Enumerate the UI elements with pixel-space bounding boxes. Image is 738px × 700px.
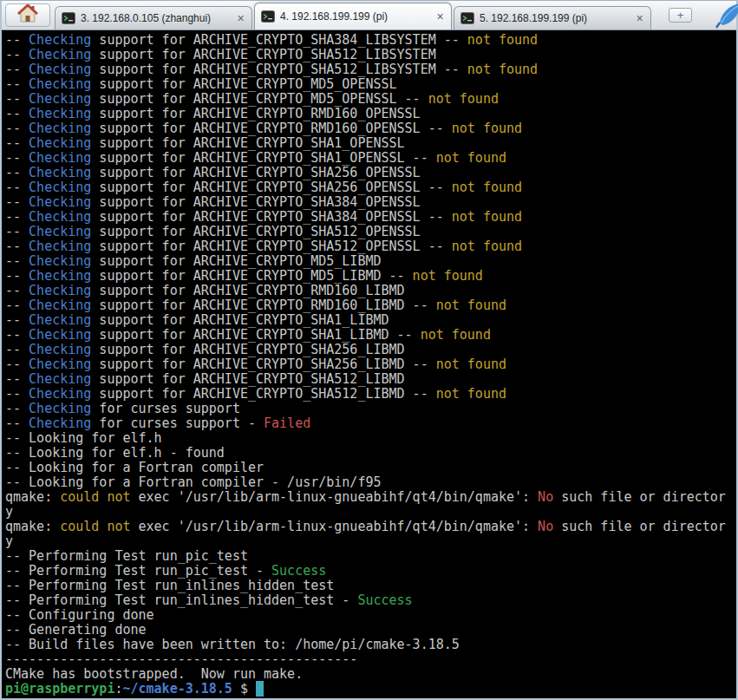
terminal-line: -- Checking support for ARCHIVE_CRYPTO_R…: [5, 298, 736, 313]
terminal-line: -- Checking support for ARCHIVE_CRYPTO_S…: [5, 372, 736, 387]
terminal-line: -- Checking support for ARCHIVE_CRYPTO_R…: [5, 107, 736, 121]
terminal-line: -- Looking for elf.h - found: [5, 446, 736, 461]
terminal-line: y: [5, 505, 736, 520]
terminal-line: -- Checking support for ARCHIVE_CRYPTO_S…: [5, 48, 736, 62]
terminal-line: -- Performing Test run_inlines_hidden_te…: [5, 593, 736, 608]
terminal-icon: [460, 12, 474, 24]
terminal-line: CMake has bootstrapped. Now run make.: [5, 667, 736, 682]
terminal-line: -- Checking for curses support - Failed: [5, 416, 736, 431]
terminal-line: -- Checking support for ARCHIVE_CRYPTO_S…: [5, 225, 736, 239]
terminal-line: -- Checking support for ARCHIVE_CRYPTO_S…: [5, 136, 736, 151]
tab-label: 5. 192.168.199.199 (pi): [480, 12, 628, 24]
terminal-line: -- Generating done: [5, 623, 736, 638]
terminal-line: -- Build files have been written to: /ho…: [5, 638, 736, 652]
tab-bar: 3. 192.168.0.105 (zhanghui) × 4. 192.168…: [2, 1, 736, 30]
terminal-line: -- Looking for a Fortran compiler: [5, 461, 736, 475]
terminal-line: -- Performing Test run_pic_test: [5, 549, 736, 564]
terminal-line: -- Configuring done: [5, 608, 736, 623]
terminal-line: -- Performing Test run_inlines_hidden_te…: [5, 579, 736, 593]
terminal-line: -- Checking support for ARCHIVE_CRYPTO_M…: [5, 77, 736, 92]
tab-close-icon[interactable]: ×: [234, 12, 247, 25]
terminal-cursor: [256, 681, 264, 697]
terminal-output[interactable]: -- Checking support for ARCHIVE_CRYPTO_S…: [2, 30, 736, 698]
terminal-line: -- Checking support for ARCHIVE_CRYPTO_S…: [5, 357, 736, 372]
home-button[interactable]: [5, 3, 50, 27]
terminal-line: -- Checking support for ARCHIVE_CRYPTO_M…: [5, 254, 736, 269]
terminal-line: -- Checking support for ARCHIVE_CRYPTO_M…: [5, 92, 736, 107]
terminal-line: -- Checking support for ARCHIVE_CRYPTO_S…: [5, 33, 736, 48]
terminal-line: -- Checking support for ARCHIVE_CRYPTO_S…: [5, 62, 736, 77]
terminal-line: -- Checking support for ARCHIVE_CRYPTO_S…: [5, 387, 736, 402]
terminal-icon: [62, 12, 75, 24]
tab-label: 4. 192.168.199.199 (pi): [280, 10, 428, 23]
terminal-line: qmake: could not exec '/usr/lib/arm-linu…: [5, 490, 736, 505]
terminal-line: -- Checking support for ARCHIVE_CRYPTO_S…: [5, 195, 736, 210]
app-window: 3. 192.168.0.105 (zhanghui) × 4. 192.168…: [0, 0, 738, 700]
terminal-line: -- Checking support for ARCHIVE_CRYPTO_M…: [5, 269, 736, 284]
terminal-line: y: [5, 534, 736, 549]
terminal-line: -- Checking support for ARCHIVE_CRYPTO_R…: [5, 121, 736, 136]
tab-label: 3. 192.168.0.105 (zhanghui): [81, 12, 229, 24]
tab-close-icon[interactable]: ×: [633, 12, 646, 25]
terminal-line: -- Checking support for ARCHIVE_CRYPTO_S…: [5, 151, 736, 166]
terminal-line: ----------------------------------------…: [5, 652, 736, 667]
terminal-line: pi@raspberrypi:~/cmake-3.18.5 $: [5, 682, 736, 697]
terminal-line: -- Checking support for ARCHIVE_CRYPTO_S…: [5, 313, 736, 328]
terminal-line: -- Performing Test run_pic_test - Succes…: [5, 564, 736, 579]
terminal-line: -- Checking support for ARCHIVE_CRYPTO_S…: [5, 210, 736, 225]
terminal-line: -- Looking for a Fortran compiler - /usr…: [5, 475, 736, 490]
terminal-line: -- Checking support for ARCHIVE_CRYPTO_S…: [5, 180, 736, 195]
terminal-line: qmake: could not exec '/usr/lib/arm-linu…: [5, 520, 736, 534]
tab-close-icon[interactable]: ×: [434, 10, 447, 23]
new-tab-button[interactable]: +: [669, 8, 692, 23]
terminal-line: -- Looking for elf.h: [5, 431, 736, 446]
tab-session-4[interactable]: 4. 192.168.199.199 (pi) ×: [254, 3, 452, 29]
terminal-icon: [261, 10, 275, 23]
terminal-line: -- Checking for curses support: [5, 402, 736, 416]
terminal-line: -- Checking support for ARCHIVE_CRYPTO_S…: [5, 239, 736, 254]
terminal-line: -- Checking support for ARCHIVE_CRYPTO_S…: [5, 343, 736, 357]
terminal-line: -- Checking support for ARCHIVE_CRYPTO_S…: [5, 328, 736, 343]
terminal-line: -- Checking support for ARCHIVE_CRYPTO_R…: [5, 284, 736, 298]
home-icon: [17, 4, 38, 27]
terminal-line: -- Checking support for ARCHIVE_CRYPTO_S…: [5, 166, 736, 180]
tab-session-3[interactable]: 3. 192.168.0.105 (zhanghui) ×: [55, 6, 252, 29]
tab-session-5[interactable]: 5. 192.168.199.199 (pi) ×: [454, 6, 651, 29]
feather-logo-icon: [715, 2, 738, 29]
